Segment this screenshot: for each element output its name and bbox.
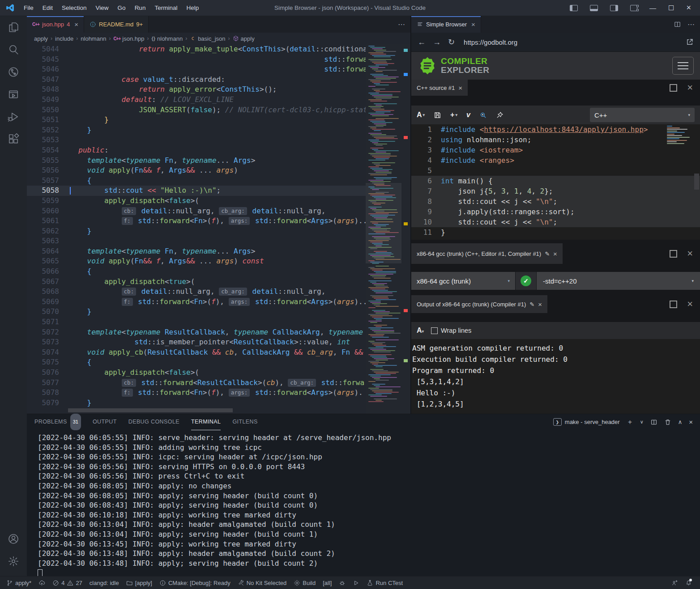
reload-icon[interactable]: ↻ [448,37,455,47]
activity-source-control[interactable] [0,61,27,83]
compiler-select[interactable]: x86-64 gcc (trunk) ▾ [411,272,515,290]
close-tab-icon[interactable]: × [471,21,475,28]
close-tab-icon[interactable]: × [74,21,78,28]
compiler-options-input[interactable]: -std=c++20 ▾ [537,272,700,290]
toggle-panel-icon[interactable] [590,5,598,11]
breadcrumb-item[interactable]: nlohmann [81,35,106,42]
maximize-pane-icon[interactable] [670,301,677,308]
browser-more-actions-icon[interactable]: ⋯ [687,20,695,29]
ce-code-line[interactable]: 8 std::cout << j << "\n"; [411,196,700,207]
code-line[interactable]: 5045 std::forward<Res [27,55,410,65]
activity-explorer[interactable] [0,16,27,38]
problems-indicator[interactable]: 427 [49,576,86,589]
code-line[interactable]: 5079 } [27,398,410,408]
ce-scrollbar[interactable] [694,174,699,190]
panel-tab-output[interactable]: OUTPUT [93,414,117,430]
code-line[interactable]: 5072 template<typename ResultCallback, t… [27,327,410,338]
code-line[interactable]: 5063 [27,236,410,246]
code-line[interactable]: 5062 } [27,226,410,237]
rename-pane-icon[interactable]: ✎ [529,301,534,308]
code-line[interactable]: 5049 default: // LCOV_EXCL_LINE [27,95,410,105]
menu-edit[interactable]: Edit [38,0,57,16]
url-input[interactable]: https://godbolt.org [464,38,679,46]
hamburger-menu-icon[interactable] [672,57,694,75]
kit-selector[interactable]: No Kit Selected [234,576,290,589]
wrap-lines-checkbox[interactable] [431,327,438,334]
ce-code-line[interactable]: 1#include <https://localhost:8443/apply/… [411,124,700,135]
close-pane-icon[interactable]: × [458,84,462,92]
new-terminal-icon[interactable]: ＋ [627,418,633,426]
ctest-button[interactable]: Run CTest [363,576,406,589]
close-pane-icon[interactable]: × [687,249,693,258]
launch-button[interactable] [349,576,363,589]
customize-layout-icon[interactable] [630,5,637,11]
code-line[interactable]: 5074 void apply_cb(ResultCallback && cb,… [27,347,410,358]
ce-code-line[interactable]: 11} [411,227,700,237]
editor-tab-json.hpp[interactable]: C++json.hpp4× [27,16,84,33]
open-external-icon[interactable] [686,38,694,46]
panel-tab-gitlens[interactable]: GITLENS [232,414,257,430]
ce-source-editor[interactable]: 1#include <https://localhost:8443/apply/… [411,124,700,240]
code-line[interactable]: 5058 std::cout << "Hello :-)\n"; [27,186,410,196]
build-button[interactable]: Build [290,576,319,589]
vim-mode-button[interactable]: v [466,111,470,119]
editor-more-actions-icon[interactable]: ⋯ [398,20,405,29]
menu-go[interactable]: Go [113,0,130,16]
code-line[interactable]: 5067 apply_dispatch<true>( [27,277,410,287]
font-size-button[interactable]: A▾ [417,326,424,335]
toggle-secondary-sidebar-icon[interactable] [610,5,618,11]
breadcrumb-item[interactable]: C++json.hpp [113,35,144,42]
debug-button[interactable] [335,576,349,589]
tab-simple-browser[interactable]: Simple Browser × [411,16,481,33]
menu-file[interactable]: File [19,0,38,16]
ce-code-line[interactable]: 2using nlohmann::json; [411,135,700,145]
ce-code-line[interactable]: 10 std::cout << j << "\n"; [411,217,700,227]
breadcrumb-item[interactable]: basic_json [190,35,225,42]
close-pane-icon[interactable]: × [687,299,693,309]
forward-icon[interactable]: → [433,38,441,47]
activity-account[interactable] [0,528,27,550]
ce-code-line[interactable]: 3#include <iostream> [411,145,700,155]
close-pane-icon[interactable]: × [553,250,557,258]
code-line[interactable]: 5069 f: std::forward<Fn>(f), args: std::… [27,297,410,307]
close-panel-icon[interactable]: × [689,418,693,426]
code-line[interactable]: 5053 [27,135,410,145]
save-icon[interactable] [434,111,441,119]
terminal-picker[interactable]: make - serve_header [565,419,620,425]
panel-tab-problems[interactable]: PROBLEMS31 [34,414,81,430]
code-line[interactable]: 5044 return apply_make_tuple<ConstThis>(… [27,44,410,55]
ce-code-line[interactable]: 4#include <ranges> [411,155,700,165]
code-line[interactable]: 5054 public: [27,145,410,156]
clangd-status[interactable]: clangd: idle [86,576,123,589]
code-line[interactable]: 5051 } [27,115,410,125]
cmake-project[interactable]: [apply] [123,576,156,589]
code-line[interactable]: 5047 case value_t::discarded: [27,75,410,85]
code-line[interactable]: 5070 } [27,307,410,317]
code-line[interactable]: 5057 { [27,176,410,186]
breadcrumb-item[interactable]: {}nlohmann [151,35,183,42]
breadcrumb-item[interactable]: apply [233,35,255,42]
ce-code-line[interactable]: 9 j.apply(std::ranges::sort); [411,207,700,217]
code-line[interactable]: 5060 cb: detail::null_arg, cb_arg: detai… [27,206,410,216]
editor-tab-README.md[interactable]: README.md9+ [84,16,149,33]
tab-compiler[interactable]: x86-64 gcc (trunk) (C++, Editor #1, Comp… [411,243,563,264]
ce-code-line[interactable]: 5 [411,165,700,176]
code-line[interactable]: 5071 [27,317,410,327]
minimize-button[interactable]: — [649,4,656,12]
code-line[interactable]: 5048 return apply_error<ConstThis>(); [27,85,410,95]
activity-debug[interactable] [0,106,27,128]
activity-cmake-run[interactable] [0,83,27,106]
add-pane-button[interactable]: +▾ [450,111,457,119]
tab-output[interactable]: Output of x86-64 gcc (trunk) (Compiler #… [411,295,547,313]
ce-code-line[interactable]: 7 json j{5, 3, 1, 4, 2}; [411,186,700,196]
code-line[interactable]: 5056 void apply(Fn&& f, Args&& ... args) [27,165,410,176]
panel-tab-debug-console[interactable]: DEBUG CONSOLE [128,414,179,430]
feedback-button[interactable] [668,580,682,586]
code-line[interactable]: 5075 { [27,357,410,368]
code-line[interactable]: 5055 template<typename Fn, typename... A… [27,156,410,166]
breadcrumb-item[interactable]: include [55,35,73,42]
code-line[interactable]: 5078 f: std::forward<Fn>(f), args: std::… [27,388,410,398]
code-line[interactable]: 5073 std::is_member_pointer<ResultCallba… [27,337,410,347]
close-window-button[interactable]: × [686,3,691,13]
rename-pane-icon[interactable]: ✎ [545,250,550,257]
